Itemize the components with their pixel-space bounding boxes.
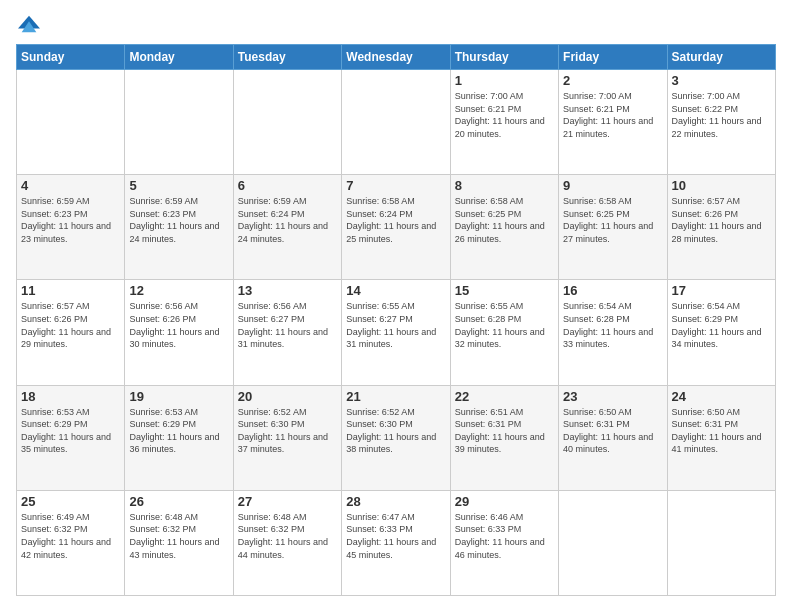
col-header-thursday: Thursday [450, 45, 558, 70]
day-number: 12 [129, 283, 228, 298]
col-header-saturday: Saturday [667, 45, 775, 70]
calendar-table: SundayMondayTuesdayWednesdayThursdayFrid… [16, 44, 776, 596]
day-info: Sunrise: 6:54 AM Sunset: 6:28 PM Dayligh… [563, 300, 662, 350]
day-info: Sunrise: 7:00 AM Sunset: 6:21 PM Dayligh… [563, 90, 662, 140]
day-info: Sunrise: 6:53 AM Sunset: 6:29 PM Dayligh… [21, 406, 120, 456]
logo-text [16, 16, 40, 34]
calendar-cell: 11Sunrise: 6:57 AM Sunset: 6:26 PM Dayli… [17, 280, 125, 385]
calendar-cell: 8Sunrise: 6:58 AM Sunset: 6:25 PM Daylig… [450, 175, 558, 280]
calendar-cell: 17Sunrise: 6:54 AM Sunset: 6:29 PM Dayli… [667, 280, 775, 385]
calendar-cell: 28Sunrise: 6:47 AM Sunset: 6:33 PM Dayli… [342, 490, 450, 595]
day-info: Sunrise: 6:58 AM Sunset: 6:25 PM Dayligh… [563, 195, 662, 245]
calendar-cell: 23Sunrise: 6:50 AM Sunset: 6:31 PM Dayli… [559, 385, 667, 490]
calendar-cell: 12Sunrise: 6:56 AM Sunset: 6:26 PM Dayli… [125, 280, 233, 385]
calendar-cell: 26Sunrise: 6:48 AM Sunset: 6:32 PM Dayli… [125, 490, 233, 595]
day-number: 9 [563, 178, 662, 193]
calendar-cell: 4Sunrise: 6:59 AM Sunset: 6:23 PM Daylig… [17, 175, 125, 280]
day-info: Sunrise: 6:54 AM Sunset: 6:29 PM Dayligh… [672, 300, 771, 350]
calendar-cell: 5Sunrise: 6:59 AM Sunset: 6:23 PM Daylig… [125, 175, 233, 280]
day-number: 4 [21, 178, 120, 193]
day-number: 25 [21, 494, 120, 509]
day-number: 17 [672, 283, 771, 298]
calendar-cell: 20Sunrise: 6:52 AM Sunset: 6:30 PM Dayli… [233, 385, 341, 490]
col-header-friday: Friday [559, 45, 667, 70]
day-info: Sunrise: 6:47 AM Sunset: 6:33 PM Dayligh… [346, 511, 445, 561]
day-number: 10 [672, 178, 771, 193]
day-info: Sunrise: 6:48 AM Sunset: 6:32 PM Dayligh… [129, 511, 228, 561]
calendar-cell: 9Sunrise: 6:58 AM Sunset: 6:25 PM Daylig… [559, 175, 667, 280]
day-info: Sunrise: 6:59 AM Sunset: 6:23 PM Dayligh… [129, 195, 228, 245]
calendar-cell: 2Sunrise: 7:00 AM Sunset: 6:21 PM Daylig… [559, 70, 667, 175]
day-info: Sunrise: 6:59 AM Sunset: 6:23 PM Dayligh… [21, 195, 120, 245]
day-info: Sunrise: 6:48 AM Sunset: 6:32 PM Dayligh… [238, 511, 337, 561]
col-header-sunday: Sunday [17, 45, 125, 70]
day-info: Sunrise: 6:56 AM Sunset: 6:27 PM Dayligh… [238, 300, 337, 350]
calendar-cell: 16Sunrise: 6:54 AM Sunset: 6:28 PM Dayli… [559, 280, 667, 385]
logo-icon [18, 12, 40, 34]
day-number: 20 [238, 389, 337, 404]
day-number: 15 [455, 283, 554, 298]
calendar-cell: 22Sunrise: 6:51 AM Sunset: 6:31 PM Dayli… [450, 385, 558, 490]
day-info: Sunrise: 6:51 AM Sunset: 6:31 PM Dayligh… [455, 406, 554, 456]
calendar-cell: 15Sunrise: 6:55 AM Sunset: 6:28 PM Dayli… [450, 280, 558, 385]
day-info: Sunrise: 6:59 AM Sunset: 6:24 PM Dayligh… [238, 195, 337, 245]
calendar-header-row: SundayMondayTuesdayWednesdayThursdayFrid… [17, 45, 776, 70]
calendar-cell: 19Sunrise: 6:53 AM Sunset: 6:29 PM Dayli… [125, 385, 233, 490]
day-number: 16 [563, 283, 662, 298]
day-number: 21 [346, 389, 445, 404]
calendar-cell: 24Sunrise: 6:50 AM Sunset: 6:31 PM Dayli… [667, 385, 775, 490]
day-number: 6 [238, 178, 337, 193]
calendar-cell: 1Sunrise: 7:00 AM Sunset: 6:21 PM Daylig… [450, 70, 558, 175]
day-number: 19 [129, 389, 228, 404]
calendar-cell: 21Sunrise: 6:52 AM Sunset: 6:30 PM Dayli… [342, 385, 450, 490]
day-info: Sunrise: 6:58 AM Sunset: 6:25 PM Dayligh… [455, 195, 554, 245]
day-number: 11 [21, 283, 120, 298]
col-header-tuesday: Tuesday [233, 45, 341, 70]
calendar-cell [342, 70, 450, 175]
calendar-cell: 10Sunrise: 6:57 AM Sunset: 6:26 PM Dayli… [667, 175, 775, 280]
calendar-week-4: 18Sunrise: 6:53 AM Sunset: 6:29 PM Dayli… [17, 385, 776, 490]
calendar-cell [667, 490, 775, 595]
day-info: Sunrise: 6:50 AM Sunset: 6:31 PM Dayligh… [563, 406, 662, 456]
calendar-week-3: 11Sunrise: 6:57 AM Sunset: 6:26 PM Dayli… [17, 280, 776, 385]
day-info: Sunrise: 6:46 AM Sunset: 6:33 PM Dayligh… [455, 511, 554, 561]
calendar-cell [125, 70, 233, 175]
day-number: 13 [238, 283, 337, 298]
calendar-week-2: 4Sunrise: 6:59 AM Sunset: 6:23 PM Daylig… [17, 175, 776, 280]
calendar-cell: 3Sunrise: 7:00 AM Sunset: 6:22 PM Daylig… [667, 70, 775, 175]
logo [16, 16, 40, 34]
day-info: Sunrise: 6:55 AM Sunset: 6:27 PM Dayligh… [346, 300, 445, 350]
day-number: 1 [455, 73, 554, 88]
col-header-monday: Monday [125, 45, 233, 70]
col-header-wednesday: Wednesday [342, 45, 450, 70]
day-info: Sunrise: 6:57 AM Sunset: 6:26 PM Dayligh… [21, 300, 120, 350]
calendar-cell: 7Sunrise: 6:58 AM Sunset: 6:24 PM Daylig… [342, 175, 450, 280]
calendar-week-5: 25Sunrise: 6:49 AM Sunset: 6:32 PM Dayli… [17, 490, 776, 595]
calendar-cell: 27Sunrise: 6:48 AM Sunset: 6:32 PM Dayli… [233, 490, 341, 595]
day-number: 22 [455, 389, 554, 404]
day-info: Sunrise: 6:55 AM Sunset: 6:28 PM Dayligh… [455, 300, 554, 350]
calendar-cell: 6Sunrise: 6:59 AM Sunset: 6:24 PM Daylig… [233, 175, 341, 280]
day-info: Sunrise: 7:00 AM Sunset: 6:22 PM Dayligh… [672, 90, 771, 140]
day-info: Sunrise: 6:49 AM Sunset: 6:32 PM Dayligh… [21, 511, 120, 561]
calendar-cell [559, 490, 667, 595]
day-number: 27 [238, 494, 337, 509]
day-number: 5 [129, 178, 228, 193]
day-number: 24 [672, 389, 771, 404]
calendar-week-1: 1Sunrise: 7:00 AM Sunset: 6:21 PM Daylig… [17, 70, 776, 175]
day-number: 3 [672, 73, 771, 88]
day-info: Sunrise: 6:57 AM Sunset: 6:26 PM Dayligh… [672, 195, 771, 245]
day-number: 14 [346, 283, 445, 298]
day-number: 18 [21, 389, 120, 404]
day-info: Sunrise: 6:53 AM Sunset: 6:29 PM Dayligh… [129, 406, 228, 456]
day-info: Sunrise: 6:50 AM Sunset: 6:31 PM Dayligh… [672, 406, 771, 456]
day-number: 29 [455, 494, 554, 509]
calendar-cell [17, 70, 125, 175]
day-info: Sunrise: 6:58 AM Sunset: 6:24 PM Dayligh… [346, 195, 445, 245]
calendar-cell: 29Sunrise: 6:46 AM Sunset: 6:33 PM Dayli… [450, 490, 558, 595]
calendar-cell: 13Sunrise: 6:56 AM Sunset: 6:27 PM Dayli… [233, 280, 341, 385]
day-info: Sunrise: 6:56 AM Sunset: 6:26 PM Dayligh… [129, 300, 228, 350]
calendar-cell [233, 70, 341, 175]
header [16, 16, 776, 34]
day-number: 26 [129, 494, 228, 509]
